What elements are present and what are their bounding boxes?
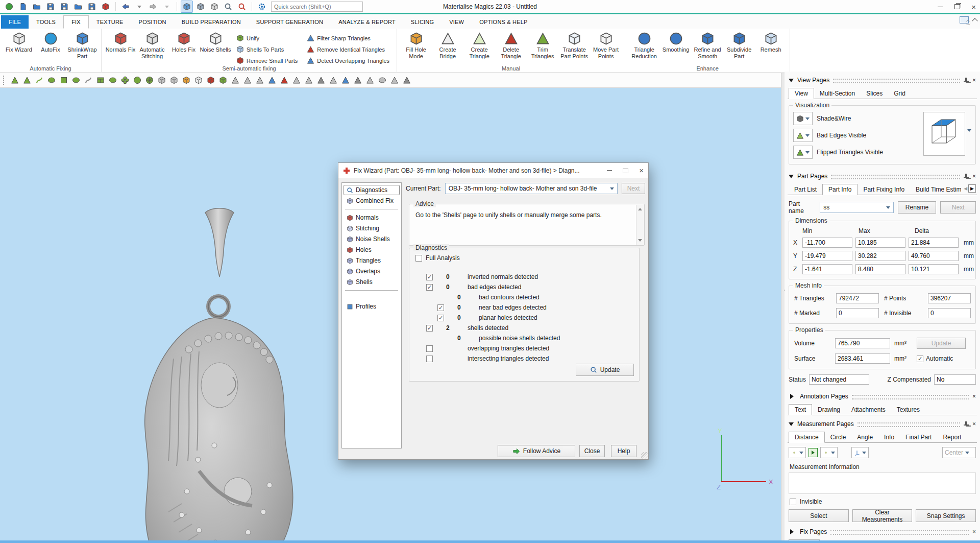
expand-section-icon[interactable] <box>790 529 796 534</box>
dialog-title-bar[interactable]: Fix Wizard (Part: OBJ- 35-mm long- hollo… <box>338 163 648 178</box>
diagnostic-checkbox[interactable] <box>426 284 433 291</box>
delete-part-icon[interactable] <box>100 1 112 13</box>
mark-flower-icon[interactable] <box>120 75 130 85</box>
ribbon-button[interactable]: Create Triangle <box>463 30 495 59</box>
undo-caret-icon[interactable] <box>133 1 145 13</box>
mark-fan-icon[interactable] <box>144 75 155 85</box>
full-analysis-checkbox[interactable] <box>415 255 422 262</box>
triangle-gray-5-icon[interactable] <box>389 75 400 85</box>
apply-measure-icon[interactable] <box>808 448 818 457</box>
part-name-dropdown[interactable]: ss <box>820 202 894 213</box>
dialog-resize-grip[interactable] <box>641 452 648 459</box>
triangle-gray-2-icon[interactable] <box>304 75 314 85</box>
chevron-down-icon[interactable] <box>967 129 971 134</box>
collapse-section-icon[interactable] <box>789 422 794 429</box>
ribbon-tab[interactable]: TEXTURE <box>89 15 131 29</box>
mark-brush-icon[interactable] <box>108 75 118 85</box>
min-value-field[interactable]: -11.700 <box>802 238 852 248</box>
follow-advice-button[interactable]: Follow Advice <box>498 445 575 457</box>
ribbon-small-button[interactable]: Filter Sharp Triangles <box>307 34 389 42</box>
mark-curve-icon[interactable] <box>34 75 44 85</box>
view-pages-tab[interactable]: Multi-Section <box>814 88 861 99</box>
tab-scroll-right-icon[interactable]: ▶ <box>968 184 976 193</box>
ribbon-small-button[interactable]: Unify <box>236 34 298 42</box>
delta-value-field[interactable]: 10.121 <box>909 264 959 274</box>
ribbon-tab[interactable]: OPTIONS & HELP <box>472 15 535 29</box>
axis-mode-dropdown[interactable] <box>851 447 869 458</box>
current-part-dropdown[interactable]: OBJ- 35-mm long- hollow back- Mother and… <box>445 183 618 194</box>
advice-scrollbar[interactable] <box>636 205 644 245</box>
delta-value-field[interactable]: 49.760 <box>909 251 959 261</box>
ribbon-small-button[interactable]: Detect Overlapping Triangles <box>307 57 389 64</box>
view-pages-header[interactable]: View Pages × <box>788 75 977 86</box>
open-file-icon[interactable] <box>31 1 43 13</box>
wizard-page-item[interactable]: Combined Fix <box>344 196 400 206</box>
flip-triangle-icon[interactable] <box>255 75 265 85</box>
mark-rectangle-icon[interactable] <box>59 75 69 85</box>
close-section-icon[interactable]: × <box>972 173 976 179</box>
wizard-page-item[interactable]: Noise Shells <box>344 234 400 244</box>
ribbon-button[interactable]: Delete Triangle <box>495 30 527 59</box>
ribbon-options-icon[interactable] <box>960 16 969 23</box>
redo-icon[interactable] <box>147 1 159 13</box>
diagnostic-checkbox[interactable] <box>437 304 444 311</box>
annotation-pages-tab[interactable]: Drawing <box>812 405 846 415</box>
pin-icon[interactable] <box>964 421 969 427</box>
ribbon-tab[interactable]: TOOLS <box>29 15 63 29</box>
part-pages-tab[interactable]: Part Fixing Info <box>857 184 910 195</box>
ribbon-button[interactable]: Refine and Smooth <box>692 30 723 59</box>
ribbon-button[interactable]: Noise Shells <box>200 30 231 59</box>
pin-icon[interactable] <box>964 78 969 83</box>
point-type-dropdown[interactable] <box>789 447 806 458</box>
ribbon-tab[interactable]: POSITION <box>131 15 174 29</box>
wizard-page-item[interactable]: Shells <box>344 277 400 287</box>
diagnostic-checkbox[interactable] <box>437 315 444 321</box>
diagnostic-checkbox[interactable] <box>426 325 433 332</box>
part-pages-tab[interactable]: Part Info <box>822 184 857 195</box>
update-button[interactable]: Update <box>576 364 634 376</box>
next-button[interactable]: Next <box>940 201 976 214</box>
unmark-triangle-icon[interactable] <box>230 75 240 85</box>
ribbon-tab[interactable]: FIX <box>63 15 89 29</box>
section-drag-texture[interactable] <box>833 79 960 83</box>
ribbon-button[interactable]: Translate Part Points <box>558 30 590 59</box>
triangle-gray-1-icon[interactable] <box>291 75 302 85</box>
ribbon-button[interactable]: Remesh <box>755 30 787 59</box>
min-value-field[interactable]: -1.641 <box>802 264 852 274</box>
annotation-pages-header[interactable]: Annotation Pages × <box>788 391 977 402</box>
close-section-icon[interactable]: × <box>972 393 976 399</box>
select-shell-icon[interactable] <box>218 75 228 85</box>
toolbar-drag-handle[interactable] <box>3 76 6 85</box>
ribbon-button[interactable]: Fill Hole Mode <box>400 30 432 59</box>
save-as-icon[interactable] <box>58 1 70 13</box>
unmark-plane-icon[interactable] <box>242 75 253 85</box>
separator[interactable] <box>115 2 116 11</box>
part-pages-tab[interactable]: Part List <box>789 184 822 195</box>
second-point-type-dropdown[interactable] <box>820 447 838 458</box>
triangle-gray-6-icon[interactable] <box>402 75 412 85</box>
collapse-ribbon-icon[interactable] <box>972 18 977 23</box>
wizard-page-item[interactable]: Overlaps <box>344 266 400 276</box>
wizard-page-item[interactable]: Normals <box>344 213 400 223</box>
triangle-outline-2-icon[interactable] <box>353 75 363 85</box>
close-section-icon[interactable]: × <box>972 421 976 427</box>
select-cube-window-icon[interactable] <box>169 75 179 85</box>
select-ghost-cube-icon[interactable] <box>193 75 204 85</box>
diagnostic-checkbox[interactable] <box>426 274 433 280</box>
ribbon-button[interactable]: Create Bridge <box>432 30 463 59</box>
ribbon-button[interactable]: Normals Fix <box>105 30 136 59</box>
select-part-icon[interactable] <box>181 75 191 85</box>
delete-marked-cube-icon[interactable] <box>206 75 216 85</box>
view-pages-tab[interactable]: View <box>789 88 814 99</box>
wizard-page-item[interactable]: Stitching <box>344 223 400 233</box>
zoom-scene-icon[interactable] <box>181 1 193 13</box>
view-pages-tab[interactable]: Grid <box>888 88 911 99</box>
part-pages-tab[interactable]: Build Time Estimation <box>910 184 961 195</box>
close-section-icon[interactable]: × <box>972 529 976 535</box>
mark-freeform-icon[interactable] <box>71 75 81 85</box>
triangle-gray-4-icon[interactable] <box>365 75 375 85</box>
close-dialog-button[interactable]: Close <box>579 445 605 457</box>
separator[interactable] <box>252 2 252 11</box>
max-value-field[interactable]: 8.480 <box>855 264 905 274</box>
quick-search-input[interactable] <box>271 2 363 12</box>
